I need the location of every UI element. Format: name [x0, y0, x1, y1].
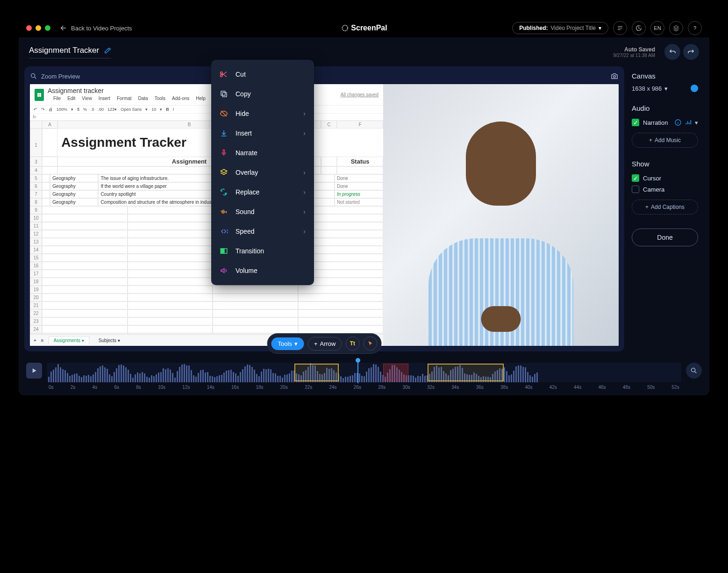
arrow-left-icon: [60, 24, 67, 32]
undo-button[interactable]: [664, 44, 680, 60]
layers-icon: [673, 25, 679, 31]
minimize-window-button[interactable]: [36, 25, 41, 31]
app-logo: ScreenPal: [341, 24, 387, 32]
replace-icon: [220, 188, 228, 196]
history-icon: [635, 25, 642, 31]
canvas-color-swatch[interactable]: [691, 85, 698, 92]
published-label: Published:: [519, 25, 548, 31]
text-tool-button[interactable]: Tt: [345, 337, 359, 351]
logo-icon: [341, 24, 349, 32]
ctx-replace[interactable]: Replace›: [211, 182, 314, 202]
timeline-search-button[interactable]: [686, 363, 702, 379]
ctx-transition[interactable]: Transition: [211, 241, 314, 261]
speed-icon: [220, 227, 228, 236]
zoom-preview-label: Zoom Preview: [41, 73, 80, 80]
svg-point-0: [342, 25, 348, 31]
language-button[interactable]: EN: [650, 21, 664, 35]
spreadsheet-menu: FileEditViewInsertFormatDataToolsAdd-ons…: [48, 94, 211, 102]
ctx-overlay[interactable]: Overlay›: [211, 163, 314, 182]
all-sheets-button[interactable]: ≡: [41, 338, 44, 343]
ctx-hide[interactable]: Hide›: [211, 104, 314, 123]
hide-icon: [220, 109, 228, 118]
history-button[interactable]: [632, 21, 646, 35]
project-title[interactable]: Assignment Tracker: [29, 46, 111, 58]
arrow-button[interactable]: +Arrow: [308, 337, 342, 351]
back-button[interactable]: Back to Video Projects: [60, 24, 132, 32]
chevron-down-icon: ▾: [599, 25, 601, 31]
camera-icon[interactable]: [610, 72, 619, 80]
overlay-icon: [220, 168, 228, 177]
floating-toolbar: Tools ▾ +Arrow Tt: [267, 333, 382, 354]
ctx-label: Cut: [236, 71, 246, 78]
chevron-right-icon: ›: [303, 228, 306, 235]
layers-button[interactable]: [669, 21, 683, 35]
svg-rect-4: [222, 93, 227, 97]
add-music-button[interactable]: +Add Music: [632, 133, 698, 148]
chevron-right-icon: ›: [303, 208, 306, 215]
ctx-copy[interactable]: Copy: [211, 84, 314, 104]
ctx-speed[interactable]: Speed›: [211, 222, 314, 241]
titlebar: Back to Video Projects ScreenPal Publish…: [19, 19, 709, 37]
spreadsheet-preview: Assignment tracker FileEditViewInsertFor…: [30, 84, 383, 346]
cursor-icon: [367, 340, 373, 347]
ctx-sound[interactable]: Sound›: [211, 202, 314, 222]
window-controls: [26, 25, 50, 31]
narration-checkbox[interactable]: ✓: [632, 119, 639, 126]
sound-icon: [220, 208, 228, 216]
help-button[interactable]: ?: [688, 21, 702, 35]
add-captions-button[interactable]: +Add Captions: [632, 200, 698, 215]
camera-row[interactable]: Camera: [632, 184, 698, 195]
zoom-icon[interactable]: [30, 72, 37, 80]
ctx-label: Hide: [236, 110, 249, 117]
timeline-ticks: 0s2s4s6s8s10s12s14s16s18s20s22s24s26s28s…: [47, 385, 681, 390]
context-menu: CutCopyHide›Insert›NarrateOverlay›Replac…: [211, 60, 314, 285]
timeline-track[interactable]: 0s2s4s6s8s10s12s14s16s18s20s22s24s26s28s…: [47, 363, 681, 390]
chevron-down-icon[interactable]: ▾: [695, 119, 698, 126]
undo-icon: [668, 48, 677, 56]
chevron-right-icon: ›: [303, 110, 306, 117]
audio-levels-icon[interactable]: [685, 119, 692, 126]
playhead[interactable]: [357, 360, 358, 383]
ctx-volume[interactable]: Volume: [211, 261, 314, 280]
camera-checkbox[interactable]: [632, 186, 639, 193]
tab-assignments[interactable]: Assignments ▾: [49, 336, 89, 344]
ctx-insert[interactable]: Insert›: [211, 123, 314, 143]
video-preview[interactable]: Assignment tracker FileEditViewInsertFor…: [30, 84, 619, 346]
play-icon: [30, 367, 38, 374]
info-icon[interactable]: [674, 119, 682, 126]
add-sheet-button[interactable]: +: [34, 338, 36, 343]
chevron-right-icon: ›: [303, 169, 306, 176]
subheader: Assignment Tracker Auto Saved 9/27/22 at…: [19, 37, 709, 66]
svg-rect-7: [221, 249, 224, 254]
edit-title-icon[interactable]: [104, 47, 111, 54]
spreadsheet-toolbar: ↶↷🖨100%▾$%.0.00123▾ Open Sans▾10▾BI: [30, 106, 383, 114]
language-label: EN: [654, 25, 661, 31]
autosave-status: Auto Saved 9/27/22 at 11:38 AM: [613, 46, 655, 58]
close-window-button[interactable]: [26, 25, 32, 31]
ctx-cut[interactable]: Cut: [211, 64, 314, 84]
ctx-label: Sound: [236, 208, 254, 215]
webcam-preview: [383, 84, 619, 346]
list-button[interactable]: [613, 21, 627, 35]
tools-dropdown[interactable]: Tools ▾: [271, 337, 304, 350]
cursor-row[interactable]: ✓ Cursor: [632, 172, 698, 184]
publish-dropdown[interactable]: Published: Video Project Title ▾: [512, 22, 608, 34]
play-button[interactable]: [26, 363, 42, 379]
camera-label: Camera: [643, 186, 664, 193]
ctx-label: Narrate: [236, 149, 257, 157]
cursor-tool-button[interactable]: [363, 337, 377, 351]
tab-subjects[interactable]: Subjects ▾: [94, 337, 125, 344]
cursor-label: Cursor: [643, 175, 661, 182]
canvas-dimensions[interactable]: 1638 x 986▾: [632, 85, 698, 92]
maximize-window-button[interactable]: [45, 25, 50, 31]
help-icon: ?: [693, 25, 696, 31]
ctx-narrate[interactable]: Narrate: [211, 143, 314, 163]
ctx-label: Copy: [236, 90, 251, 98]
chevron-right-icon: ›: [303, 188, 306, 196]
narration-row[interactable]: ✓ Narration ▾: [632, 117, 698, 128]
redo-button[interactable]: [683, 44, 699, 60]
cursor-checkbox[interactable]: ✓: [632, 174, 639, 182]
done-button[interactable]: Done: [632, 229, 698, 246]
doc-title: Assignment tracker: [48, 87, 211, 94]
autosave-time: 9/27/22 at 11:38 AM: [613, 53, 655, 58]
